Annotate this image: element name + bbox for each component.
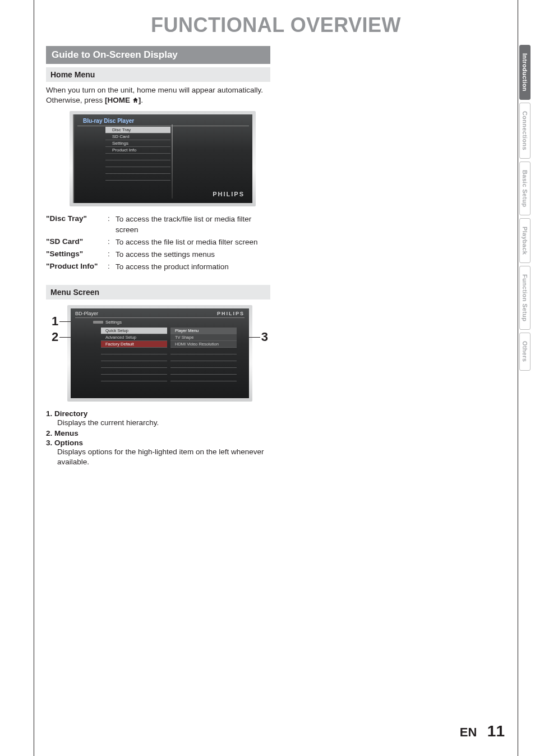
footer-page: 11	[487, 722, 505, 740]
tv-screen: Blu-ray Disc Player Disc Tray SD Card Se…	[73, 114, 252, 203]
list-item-empty	[170, 354, 237, 361]
list-item: Advanced Setup	[101, 334, 167, 341]
def-sep: :	[108, 214, 116, 234]
list-item: 2. Menus	[46, 429, 270, 437]
home-menu-heading: Home Menu	[46, 67, 270, 82]
content-area: FUNCTIONAL OVERVIEW Guide to On-Screen D…	[34, 0, 518, 468]
def-term: "SD Card"	[46, 237, 108, 247]
def-desc: To access the product information	[116, 262, 270, 272]
home-item-empty	[105, 167, 170, 174]
def-desc: To access the track/file list or media f…	[116, 214, 270, 234]
home-menu-intro: When you turn on the unit, home menu wil…	[46, 85, 270, 105]
def-term: "Settings"	[46, 250, 108, 260]
list-label: 1. Directory	[46, 409, 270, 418]
def-desc: To access the file list or media filter …	[116, 237, 270, 247]
list-item: Player Menu	[170, 328, 237, 334]
list-label: 2. Menus	[46, 429, 270, 437]
breadcrumb: Settings	[93, 320, 122, 325]
home-item: Disc Tray	[105, 127, 170, 133]
home-item: Settings	[105, 140, 170, 147]
menu-screen-heading: Menu Screen	[46, 285, 270, 299]
tab-playback[interactable]: Playback	[519, 218, 531, 263]
settings-left-col: Quick Setup Advanced Setup Factory Defau…	[101, 328, 167, 381]
section-heading: Guide to On-Screen Display	[46, 46, 270, 64]
tv-header: Blu-ray Disc Player	[77, 118, 249, 126]
list-desc: Displays options for the high-lighted it…	[46, 447, 270, 467]
callout-1: 1	[52, 314, 58, 329]
home-menu-list: Disc Tray SD Card Settings Product Info	[105, 127, 170, 181]
callout-3: 3	[261, 330, 268, 344]
list-label: 3. Options	[46, 439, 270, 447]
tab-function-setup[interactable]: Function Setup	[519, 266, 531, 330]
brand-label: PHILIPS	[213, 191, 245, 197]
tv-screen: BD-Player PHILIPS Settings Quick Setup A…	[71, 308, 249, 398]
def-sep: :	[108, 262, 116, 272]
def-row: "Settings" : To access the settings menu…	[46, 250, 270, 260]
list-item: Factory Default	[101, 341, 167, 348]
tab-introduction[interactable]: Introduction	[519, 45, 531, 100]
tv-top-label: BD-Player	[75, 311, 98, 316]
list-item-empty	[101, 354, 167, 361]
def-sep: :	[108, 237, 116, 247]
list-item-empty	[101, 348, 167, 354]
tv-topbar: BD-Player PHILIPS	[75, 311, 245, 318]
definitions: "Disc Tray" : To access the track/file l…	[46, 214, 270, 272]
tab-basic-setup[interactable]: Basic Setup	[519, 162, 531, 215]
def-row: "Product Info" : To access the product i…	[46, 262, 270, 272]
list-item-empty	[170, 361, 237, 368]
list-item-empty	[101, 361, 167, 368]
home-item-empty	[105, 154, 170, 160]
callout-list: 1. Directory Displays the current hierar…	[46, 409, 270, 468]
settings-right-col: Player Menu TV Shape HDMI Video Resoluti…	[170, 328, 237, 381]
list-item-empty	[170, 375, 237, 381]
list-item-empty	[101, 375, 167, 381]
tv-frame: BD-Player PHILIPS Settings Quick Setup A…	[67, 305, 252, 402]
tab-connections[interactable]: Connections	[519, 103, 531, 159]
intro-pre: When you turn on the unit, home menu wil…	[46, 86, 263, 104]
list-item: 1. Directory Displays the current hierar…	[46, 409, 270, 428]
home-item-empty	[105, 174, 170, 181]
def-term: "Disc Tray"	[46, 214, 108, 234]
list-item-empty	[170, 368, 237, 375]
home-menu-screenshot: Blu-ray Disc Player Disc Tray SD Card Se…	[70, 111, 256, 206]
page-footer: EN 11	[460, 722, 505, 740]
left-column: Guide to On-Screen Display Home Menu Whe…	[46, 46, 270, 467]
list-item-empty	[101, 368, 167, 375]
intro-post: .	[141, 96, 143, 104]
tab-others[interactable]: Others	[519, 333, 531, 370]
home-item-empty	[105, 160, 170, 167]
home-icon	[132, 97, 139, 103]
side-tabs: Introduction Connections Basic Setup Pla…	[518, 45, 532, 371]
def-row: "Disc Tray" : To access the track/file l…	[46, 214, 270, 234]
def-sep: :	[108, 250, 116, 260]
def-row: "SD Card" : To access the file list or m…	[46, 237, 270, 247]
list-item: HDMI Video Resolution	[170, 341, 237, 348]
def-term: "Product Info"	[46, 262, 108, 272]
callout-2: 2	[52, 330, 58, 344]
list-item-empty	[170, 348, 237, 354]
def-desc: To access the settings menus	[116, 250, 270, 260]
list-item: TV Shape	[170, 334, 237, 341]
list-desc: Displays the current hierarchy.	[46, 418, 270, 428]
page-title: FUNCTIONAL OVERVIEW	[46, 13, 506, 37]
home-key-label: [HOME	[105, 96, 132, 104]
brand-label: PHILIPS	[217, 311, 245, 316]
footer-lang: EN	[460, 725, 477, 739]
list-item: Quick Setup	[101, 328, 167, 334]
home-item: Product Info	[105, 147, 170, 154]
home-item: SD Card	[105, 133, 170, 140]
list-item: 3. Options Displays options for the high…	[46, 439, 270, 467]
menu-divider	[172, 125, 173, 199]
menu-screen-shot-wrap: 1 2 3 BD-Player PHILIPS Settings Quick S…	[53, 305, 267, 402]
